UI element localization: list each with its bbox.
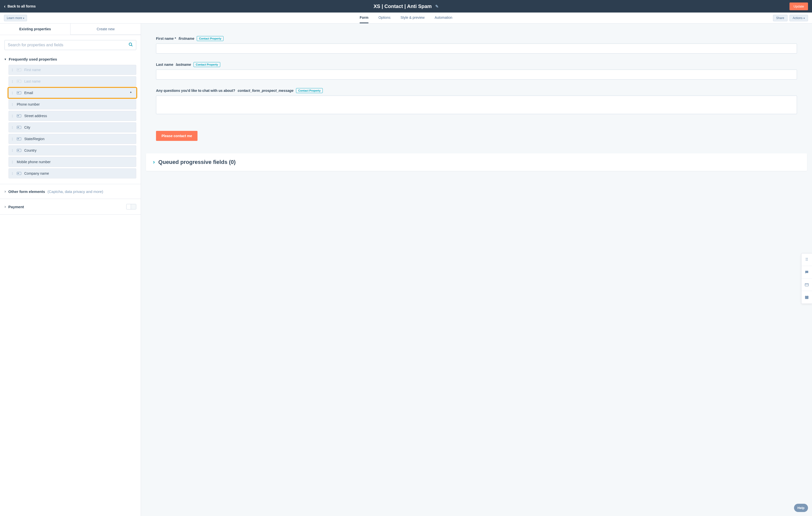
form-input[interactable] [156, 70, 797, 80]
text-field-icon [17, 68, 21, 71]
back-link[interactable]: ‹ Back to all forms [4, 4, 36, 9]
property-type-badge: Contact Property [194, 62, 220, 67]
tab-options[interactable]: Options [378, 12, 390, 23]
search-input[interactable] [8, 43, 128, 47]
property-type-badge: Contact Property [296, 88, 323, 93]
form-input[interactable] [156, 44, 797, 54]
tab-style-preview[interactable]: Style & preview [401, 12, 425, 23]
property-item[interactable]: ······Street address [8, 111, 136, 121]
property-label: Street address [24, 114, 133, 118]
property-item[interactable]: ······Email* [8, 88, 136, 98]
property-item[interactable]: ······First name [8, 65, 136, 75]
drag-handle-icon[interactable]: ······ [12, 126, 14, 129]
field-label-row: First name *firstnameContact Property [156, 36, 797, 41]
drag-handle-icon[interactable]: ······ [12, 137, 14, 140]
property-label: State/Region [24, 137, 133, 141]
caret-down-icon [23, 16, 24, 20]
learn-more-button[interactable]: Learn more [4, 15, 27, 21]
update-button[interactable]: Update [789, 2, 808, 10]
property-item[interactable]: ······Last name [8, 76, 136, 86]
left-tabs: Existing properties Create new [0, 24, 141, 35]
section-title: Frequently used properties [9, 57, 57, 61]
property-item[interactable]: ······Phone number [8, 99, 136, 109]
drag-grip-icon[interactable]: ⠿ [802, 253, 812, 266]
chat-icon[interactable] [802, 266, 812, 278]
text-field-icon [17, 114, 21, 117]
text-field-icon [17, 172, 21, 175]
form-input[interactable] [156, 96, 797, 114]
drag-handle-icon[interactable]: ······ [12, 114, 14, 117]
search-wrap [0, 35, 141, 53]
share-button[interactable]: Share [773, 15, 787, 21]
help-button[interactable]: Help [794, 504, 808, 512]
required-mark: * [130, 91, 133, 95]
right-actions: Share Actions [773, 15, 808, 21]
form-field[interactable]: Last namelastnameContact Property [156, 62, 797, 80]
tab-form[interactable]: Form [360, 12, 369, 23]
caret-down-icon: ▾ [4, 57, 6, 61]
calendar-icon[interactable] [802, 291, 812, 303]
drag-handle-icon[interactable]: ······ [12, 149, 14, 152]
drag-handle-icon[interactable]: ······ [12, 172, 14, 175]
property-item[interactable]: ······Country [8, 145, 136, 155]
main: Existing properties Create new ▾ Frequen… [0, 24, 812, 516]
property-item[interactable]: ······Company name [8, 168, 136, 179]
section-title: Other form elements [8, 189, 45, 194]
payment-toggle[interactable] [126, 204, 136, 210]
right-panel: First name *firstnameContact PropertyLas… [141, 24, 812, 516]
property-item[interactable]: ······State/Region [8, 134, 136, 144]
field-label-row: Last namelastnameContact Property [156, 62, 797, 67]
property-item[interactable]: ······Mobile phone number [8, 157, 136, 167]
property-label: Country [24, 148, 133, 153]
section-head-frequently-used[interactable]: ▾ Frequently used properties [4, 57, 136, 61]
drag-handle-icon[interactable]: ······ [12, 80, 14, 83]
field-label: Last name [156, 62, 173, 66]
left-panel: Existing properties Create new ▾ Frequen… [0, 24, 141, 516]
chevron-right-icon: › [153, 159, 155, 165]
nav-tabs: Form Options Style & preview Automation [360, 12, 453, 23]
section-frequently-used: ▾ Frequently used properties ······First… [0, 53, 141, 184]
text-field-icon [17, 91, 21, 94]
page-title-wrap: XS | Contact | Anti Spam ✎ [374, 3, 438, 9]
drag-handle-icon[interactable]: ······ [12, 160, 14, 163]
field-label: Any questions you'd like to chat with us… [156, 88, 235, 92]
actions-button[interactable]: Actions [789, 15, 808, 21]
drag-handle-icon[interactable]: ······ [12, 91, 14, 94]
property-label: First name [24, 68, 133, 72]
svg-point-0 [129, 43, 132, 46]
section-head-other[interactable]: › Other form elements (Captcha, data pri… [4, 189, 136, 194]
section-other-elements: › Other form elements (Captcha, data pri… [0, 184, 141, 199]
section-head-payment[interactable]: › Payment [4, 205, 126, 209]
form-field[interactable]: First name *firstnameContact Property [156, 36, 797, 54]
submit-button[interactable]: Please contact me [156, 131, 198, 141]
field-internal-name: firstname [178, 36, 194, 40]
queued-head[interactable]: › Queued progressive fields (0) [153, 159, 800, 165]
float-toolbar: ⠿ [801, 253, 812, 304]
pencil-icon[interactable]: ✎ [435, 4, 438, 9]
svg-line-1 [131, 45, 133, 46]
text-field-icon [17, 126, 21, 129]
section-payment: › Payment [0, 199, 141, 215]
tab-create-new[interactable]: Create new [70, 24, 141, 35]
drag-handle-icon[interactable]: ······ [12, 103, 14, 106]
secondary-bar: Learn more Form Options Style & preview … [0, 12, 812, 24]
section-subtitle: (Captcha, data privacy and more) [48, 189, 103, 194]
caret-down-icon [804, 16, 805, 20]
form-preview: First name *firstnameContact PropertyLas… [141, 24, 812, 148]
page-title: XS | Contact | Anti Spam [374, 3, 432, 9]
text-field-icon [17, 80, 21, 83]
back-label: Back to all forms [7, 4, 36, 8]
property-label: Last name [24, 79, 133, 83]
text-field-icon [17, 149, 21, 152]
tab-automation[interactable]: Automation [435, 12, 452, 23]
property-type-badge: Contact Property [197, 36, 224, 41]
search-box [4, 40, 136, 50]
tab-existing-properties[interactable]: Existing properties [0, 24, 70, 35]
drag-handle-icon[interactable]: ······ [12, 68, 14, 71]
property-label: City [24, 125, 133, 129]
property-item[interactable]: ······City [8, 123, 136, 132]
form-field[interactable]: Any questions you'd like to chat with us… [156, 88, 797, 115]
search-icon[interactable] [128, 42, 133, 48]
section-title: Payment [8, 205, 24, 209]
window-icon[interactable] [802, 278, 812, 291]
